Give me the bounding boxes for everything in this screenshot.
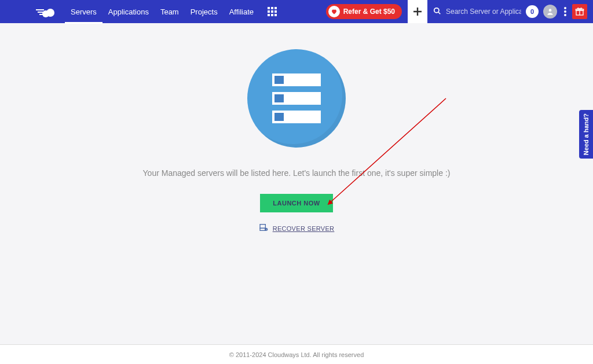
footer: © 2011-2024 Cloudways Ltd. All rights re… (0, 344, 593, 364)
refer-label: Refer & Get $50 (343, 8, 395, 16)
main-content: Your Managed servers will be listed here… (0, 23, 593, 344)
svg-point-14 (434, 8, 439, 12)
nav-label: Affiliate (229, 8, 254, 16)
nav-label: Projects (191, 8, 218, 16)
search-icon (433, 7, 441, 17)
notification-count-badge[interactable]: 0 (526, 5, 539, 18)
svg-rect-12 (271, 14, 273, 16)
more-menu-icon[interactable] (561, 7, 570, 16)
nav-servers[interactable]: Servers (65, 0, 103, 23)
help-tab[interactable]: Need a hand? (579, 110, 593, 159)
nav-label: Team (160, 8, 179, 16)
search-input[interactable] (446, 8, 521, 16)
help-label: Need a hand? (583, 113, 590, 155)
svg-rect-7 (274, 7, 277, 9)
empty-state-message: Your Managed servers will be listed here… (143, 168, 451, 178)
svg-line-15 (438, 12, 441, 14)
badge-count: 0 (530, 8, 534, 15)
svg-rect-9 (271, 10, 273, 13)
nav-team[interactable]: Team (155, 0, 185, 23)
nav-label: Applications (108, 8, 149, 16)
cloudways-logo[interactable] (36, 6, 57, 17)
svg-rect-13 (274, 14, 277, 16)
nav-label: Servers (71, 8, 97, 16)
top-header: Servers Applications Team Projects Affil… (0, 0, 593, 23)
svg-rect-5 (268, 7, 270, 9)
svg-point-16 (549, 9, 552, 12)
nav-projects[interactable]: Projects (185, 0, 224, 23)
svg-rect-8 (268, 10, 270, 13)
nav-applications[interactable]: Applications (103, 0, 155, 23)
svg-rect-6 (271, 7, 273, 9)
user-avatar[interactable] (543, 5, 557, 19)
svg-rect-20 (260, 225, 265, 229)
svg-line-23 (330, 98, 446, 203)
svg-rect-3 (38, 12, 44, 13)
add-button[interactable] (408, 0, 427, 23)
svg-rect-4 (39, 14, 44, 15)
main-nav: Servers Applications Team Projects Affil… (65, 0, 259, 23)
svg-rect-10 (274, 10, 277, 13)
server-illustration (247, 49, 346, 148)
heart-icon (328, 6, 340, 17)
refer-button[interactable]: Refer & Get $50 (326, 4, 402, 19)
launch-now-button[interactable]: LAUNCH NOW (260, 194, 332, 212)
recover-server-link[interactable]: RECOVER SERVER (259, 223, 335, 234)
svg-rect-2 (36, 9, 44, 10)
gift-icon[interactable] (572, 4, 587, 19)
svg-rect-21 (260, 228, 265, 230)
search-zone (427, 7, 526, 17)
footer-text: © 2011-2024 Cloudways Ltd. All rights re… (229, 351, 364, 358)
recover-label: RECOVER SERVER (273, 225, 335, 232)
nav-affiliate[interactable]: Affiliate (224, 0, 259, 23)
recover-icon (259, 223, 268, 234)
svg-rect-11 (268, 14, 270, 16)
apps-grid-icon[interactable] (268, 7, 277, 16)
